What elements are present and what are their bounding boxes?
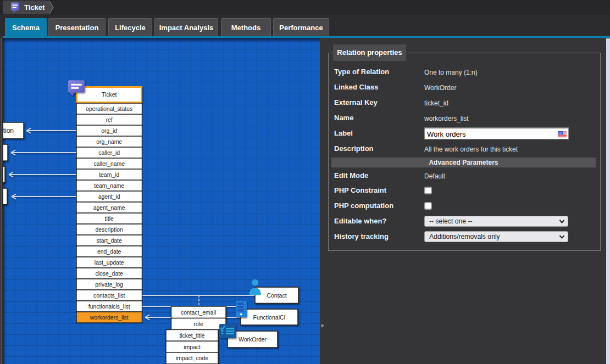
- svg-text:FunctionalCI: FunctionalCI: [253, 314, 286, 321]
- svg-text:ref: ref: [106, 117, 113, 123]
- svg-text:Contact: Contact: [267, 292, 286, 299]
- svg-text:functionalcis_list: functionalcis_list: [88, 304, 130, 310]
- svg-text:ticket_title: ticket_title: [179, 333, 204, 339]
- svg-text:team_id: team_id: [99, 172, 119, 178]
- svg-text:contact_email: contact_email: [181, 310, 216, 316]
- svg-text:agent_id: agent_id: [98, 194, 120, 200]
- svg-text:impact_code: impact_code: [176, 355, 208, 361]
- svg-text:title: title: [105, 216, 114, 222]
- svg-text:end_date: end_date: [97, 249, 121, 255]
- svg-text:org_id: org_id: [101, 128, 117, 134]
- svg-text:caller_id: caller_id: [98, 150, 120, 156]
- svg-text:WorkOrder: WorkOrder: [239, 336, 267, 343]
- svg-text:team_name: team_name: [94, 183, 124, 189]
- svg-text:agent_name: agent_name: [93, 205, 125, 211]
- svg-text:role: role: [193, 321, 203, 327]
- svg-text:impact: impact: [184, 344, 201, 350]
- svg-text:description: description: [96, 227, 123, 233]
- svg-text:Organization: Organization: [3, 127, 14, 135]
- svg-text:caller_name: caller_name: [93, 161, 125, 167]
- svg-text:last_update: last_update: [95, 260, 124, 266]
- svg-text:Ticket: Ticket: [102, 91, 117, 98]
- svg-text:close_date: close_date: [96, 271, 123, 277]
- svg-text:start_date: start_date: [97, 238, 122, 244]
- svg-text:contacts_list: contacts_list: [93, 293, 125, 299]
- svg-text:operational_status: operational_status: [86, 106, 132, 112]
- svg-text:org_name: org_name: [96, 139, 122, 145]
- svg-text:private_log: private_log: [95, 282, 123, 288]
- svg-text:workorders_list: workorders_list: [90, 315, 129, 321]
